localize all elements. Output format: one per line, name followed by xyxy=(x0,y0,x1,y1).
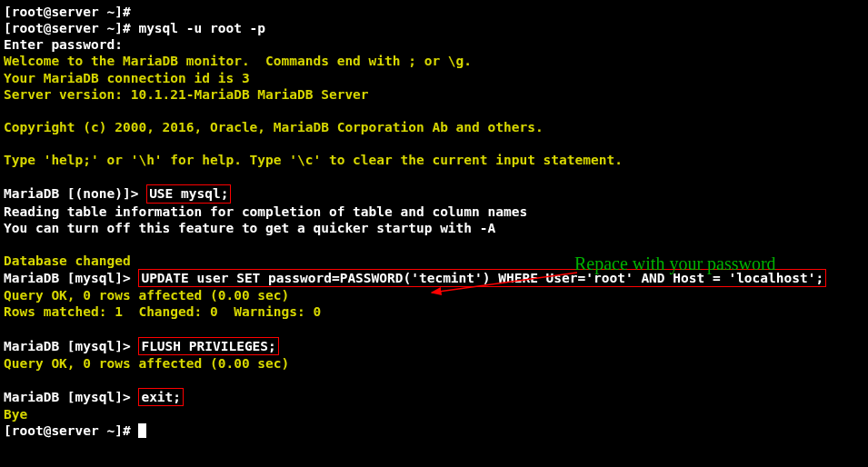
highlight-box-use: USE mysql; xyxy=(146,184,231,203)
cursor-icon xyxy=(138,423,146,438)
output-text: Bye xyxy=(4,407,27,422)
output-text: Query OK, 0 rows affected (0.00 sec) xyxy=(4,288,289,303)
command-text: mysql -u root -p xyxy=(138,21,265,35)
output-text: Database changed xyxy=(4,253,131,268)
output-text: Reading table information for completion… xyxy=(4,204,527,219)
mariadb-prompt: MariaDB [mysql]> xyxy=(4,390,138,404)
terminal-output: [root@server ~]# [root@server ~]# mysql … xyxy=(4,4,864,439)
annotation-label: Repace with your password xyxy=(574,253,776,275)
output-text: Query OK, 0 rows affected (0.00 sec) xyxy=(4,356,289,371)
shell-prompt: [root@server ~]# xyxy=(4,5,138,19)
highlight-box-flush: FLUSH PRIVILEGES; xyxy=(138,337,278,355)
output-text: You can turn off this feature to get a q… xyxy=(4,221,495,235)
output-text: Rows matched: 1 Changed: 0 Warnings: 0 xyxy=(4,304,321,319)
highlight-box-exit: exit; xyxy=(138,388,184,406)
sql-command: exit; xyxy=(141,390,181,404)
output-text: Server version: 10.1.21-MariaDB MariaDB … xyxy=(4,87,369,102)
shell-prompt: [root@server ~]# xyxy=(4,423,138,438)
output-text: Welcome to the MariaDB monitor. Commands… xyxy=(4,54,472,68)
mariadb-prompt: MariaDB [(none)]> xyxy=(4,186,146,201)
mariadb-prompt: MariaDB [mysql]> xyxy=(4,339,138,353)
output-text: Enter password: xyxy=(4,37,131,52)
mariadb-prompt: MariaDB [mysql]> xyxy=(4,271,138,285)
output-text: Copyright (c) 2000, 2016, Oracle, MariaD… xyxy=(4,120,544,134)
sql-command: FLUSH PRIVILEGES; xyxy=(141,339,275,353)
sql-command: USE mysql; xyxy=(149,186,228,201)
output-text: Type 'help;' or '\h' for help. Type '\c'… xyxy=(4,153,623,167)
output-text: Your MariaDB connection id is 3 xyxy=(4,71,250,85)
shell-prompt: [root@server ~]# xyxy=(4,21,138,35)
